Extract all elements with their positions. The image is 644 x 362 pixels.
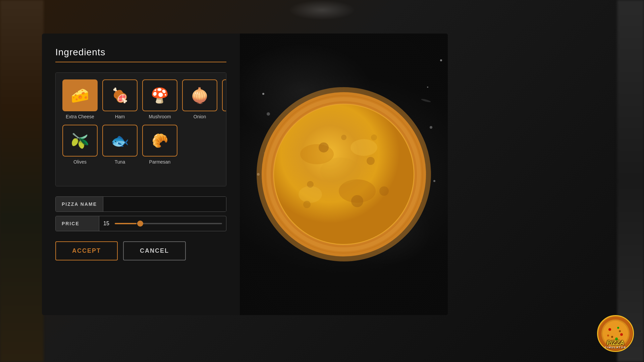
ingredient-extra-cheese[interactable]: 🧀 Extra Cheese (62, 79, 98, 119)
onion-label: Onion (194, 114, 206, 119)
dialog-panel: Ingredients 🧀 Extra Cheese 🍖 Ham (42, 34, 448, 315)
ingredient-pepper[interactable]: 🫑 Pepper (222, 79, 226, 119)
accept-button[interactable]: ACCEPT (55, 241, 118, 260)
cancel-button[interactable]: CANCEL (123, 241, 186, 260)
bg-left-decor (0, 0, 44, 362)
price-value: 15 (99, 221, 113, 227)
tuna-icon: 🐟 (108, 131, 132, 151)
price-label: PRICE (56, 216, 99, 231)
onion-icon: 🧅 (188, 85, 212, 106)
left-panel: Ingredients 🧀 Extra Cheese 🍖 Ham (42, 34, 240, 315)
svg-point-38 (620, 333, 623, 336)
logo-simulator-word: SIMULATOR (598, 346, 633, 349)
parmesan-icon: 🥐 (148, 131, 172, 151)
price-slider[interactable] (115, 223, 222, 224)
ingredient-box-olives[interactable]: 🫒 (62, 125, 98, 157)
svg-point-12 (351, 195, 363, 207)
ingredients-title: Ingredients (55, 47, 226, 62)
svg-point-41 (607, 335, 609, 337)
svg-point-10 (319, 142, 329, 153)
extra-cheese-label: Extra Cheese (66, 114, 94, 119)
logo-pizza-circle: PIZZA SIMULATOR (597, 315, 634, 352)
ingredient-box-tuna[interactable]: 🐟 (102, 125, 138, 157)
olives-icon: 🫒 (68, 131, 92, 151)
parmesan-label: Parmesan (149, 159, 171, 165)
ingredient-tuna[interactable]: 🐟 Tuna (102, 125, 138, 165)
ingredient-onion[interactable]: 🧅 Onion (182, 79, 217, 119)
ingredient-mushroom[interactable]: 🍄 Mushroom (142, 79, 177, 119)
pizza-preview (257, 87, 431, 261)
ingredient-olives[interactable]: 🫒 Olives (62, 125, 98, 165)
pizza-svg (257, 87, 431, 261)
ingredient-ham[interactable]: 🍖 Ham (102, 79, 138, 119)
mushroom-label: Mushroom (149, 114, 171, 119)
olives-label: Olives (73, 159, 87, 165)
ingredient-box-pepper[interactable]: 🫑 (222, 79, 226, 111)
logo-container: PIZZA SIMULATOR (597, 315, 637, 355)
pizza-name-row: PIZZA NAME (55, 196, 226, 212)
bg-top-light (288, 0, 356, 20)
right-panel (240, 34, 448, 315)
svg-point-6 (351, 139, 377, 156)
svg-point-14 (341, 135, 346, 140)
ingredients-grid: 🧀 Extra Cheese 🍖 Ham 🍄 Mushroom (62, 79, 219, 165)
svg-point-39 (611, 336, 613, 338)
svg-point-9 (320, 158, 361, 184)
ham-icon: 🍖 (108, 85, 132, 106)
svg-point-36 (608, 328, 611, 331)
ingredient-box-onion[interactable]: 🧅 (182, 79, 217, 111)
mushroom-icon: 🍄 (148, 85, 172, 106)
svg-point-42 (619, 330, 621, 332)
svg-point-16 (303, 201, 311, 208)
price-row: PRICE 15 (55, 216, 226, 231)
bg-right-decor (617, 0, 644, 362)
svg-point-8 (299, 186, 322, 203)
tuna-label: Tuna (115, 159, 125, 165)
logo-text-overlay: PIZZA SIMULATOR (598, 340, 633, 349)
svg-point-11 (367, 157, 375, 165)
logo-pizza-word: PIZZA (598, 340, 633, 346)
pizza-name-input[interactable] (103, 197, 226, 212)
ham-label: Ham (115, 114, 125, 119)
buttons-row: ACCEPT CANCEL (55, 241, 226, 260)
svg-point-37 (617, 327, 619, 329)
ingredient-box-mushroom[interactable]: 🍄 (142, 79, 177, 111)
pizza-name-label: PIZZA NAME (56, 197, 103, 212)
ingredient-box-ham[interactable]: 🍖 (102, 79, 138, 111)
svg-point-17 (371, 134, 377, 140)
logo-wrapper: PIZZA SIMULATOR (597, 315, 637, 355)
price-slider-container (113, 223, 226, 224)
svg-point-15 (379, 186, 389, 196)
ingredients-area: 🧀 Extra Cheese 🍖 Ham 🍄 Mushroom (55, 72, 226, 186)
ingredient-box-extra-cheese[interactable]: 🧀 (62, 79, 98, 111)
form-section: PIZZA NAME PRICE 15 (55, 196, 226, 231)
ingredient-box-parmesan[interactable]: 🥐 (142, 125, 177, 157)
svg-point-13 (307, 181, 314, 188)
ingredient-parmesan[interactable]: 🥐 Parmesan (142, 125, 177, 165)
extra-cheese-icon: 🧀 (68, 85, 92, 106)
